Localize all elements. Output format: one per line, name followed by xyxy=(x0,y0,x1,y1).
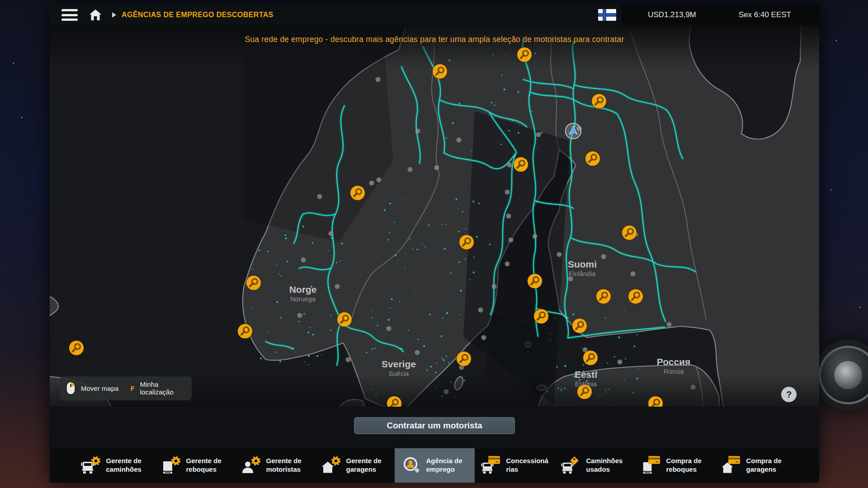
country-subname: Rússia xyxy=(664,368,684,375)
agency-marker[interactable] xyxy=(628,289,643,304)
agency-marker[interactable] xyxy=(246,276,261,291)
agency-marker[interactable] xyxy=(514,157,528,172)
country-name: Norge xyxy=(289,284,317,295)
truck-manager-icon xyxy=(81,455,102,476)
tab-job-agency[interactable]: Agência deemprego xyxy=(395,448,475,483)
dealers-icon xyxy=(481,455,502,476)
breadcrumb-chevron-icon xyxy=(112,12,116,18)
game-ui-window: AGÊNCIAS DE EMPREGO DESCOBERTAS USD1.213… xyxy=(50,5,819,483)
home-icon[interactable] xyxy=(89,9,102,21)
agency-marker[interactable] xyxy=(459,235,474,250)
help-button[interactable]: ? xyxy=(781,387,797,402)
agency-marker[interactable] xyxy=(585,151,600,166)
tab-trailer-purchase[interactable]: Compra dereboques xyxy=(635,448,715,483)
trailer-purchase-icon xyxy=(641,455,662,476)
tab-used-trucks[interactable]: Caminhõesusados xyxy=(555,448,635,483)
agency-marker[interactable] xyxy=(596,289,611,304)
country-subname: Estônia xyxy=(575,380,597,388)
management-toolbar: Gerente decaminhões Gerente dereboques G… xyxy=(50,448,819,483)
driver-manager-icon xyxy=(241,455,262,476)
tab-truck-manager[interactable]: Gerente decaminhões xyxy=(75,448,155,483)
agency-marker[interactable] xyxy=(592,94,607,109)
agency-marker[interactable] xyxy=(622,225,637,240)
agency-marker[interactable] xyxy=(457,352,472,366)
tab-dealers[interactable]: Concessionárias xyxy=(475,448,555,483)
menu-icon[interactable] xyxy=(61,9,78,21)
money-balance: USD1.213,9M xyxy=(648,10,696,19)
mouse-icon xyxy=(66,381,75,395)
country-name: Eesti xyxy=(575,369,597,380)
agency-marker[interactable] xyxy=(528,274,542,289)
finland-flag-icon xyxy=(598,9,616,21)
agency-marker[interactable] xyxy=(583,351,598,366)
game-clock: Sex 6:40 EEST xyxy=(739,10,791,19)
agency-marker[interactable] xyxy=(517,47,532,62)
garage-manager-icon xyxy=(321,455,342,476)
agency-marker[interactable] xyxy=(572,319,587,333)
agency-marker[interactable] xyxy=(350,186,365,201)
tab-garage-purchase[interactable]: Compra degaragens xyxy=(715,448,795,483)
key-hint-f: F xyxy=(130,385,134,392)
map-top-fade xyxy=(50,25,819,68)
my-location-label: Minha localização xyxy=(140,380,184,396)
page-subtitle: Sua rede de emprego - descubra mais agên… xyxy=(50,35,819,44)
trailer-manager-icon xyxy=(161,455,182,476)
hire-driver-button[interactable]: Contratar um motorista xyxy=(354,417,515,434)
country-name: Россия xyxy=(657,357,691,367)
agency-marker[interactable] xyxy=(337,312,352,327)
map-controls-hint: Mover mapa F Minha localização xyxy=(60,376,192,400)
country-subname: Suécia xyxy=(389,370,409,377)
top-bar: AGÊNCIAS DE EMPREGO DESCOBERTAS USD1.213… xyxy=(50,5,819,25)
country-name: Suomi xyxy=(568,259,597,269)
move-map-label: Mover mapa xyxy=(81,385,118,392)
country-name: Sverige xyxy=(382,359,416,369)
tab-driver-manager[interactable]: Gerente demotoristas xyxy=(235,448,315,483)
status-block: USD1.213,9M Sex 6:40 EEST xyxy=(622,5,819,25)
tab-garage-manager[interactable]: Gerente degaragens xyxy=(315,448,395,483)
agency-map[interactable]: NorgeNoruegaSverigeSuéciaSuomiFinlândiaE… xyxy=(50,25,819,407)
agency-marker[interactable] xyxy=(534,309,549,324)
job-agency-icon xyxy=(401,455,422,476)
garage-purchase-icon xyxy=(721,455,742,476)
breadcrumb: AGÊNCIAS DE EMPREGO DESCOBERTAS xyxy=(122,11,274,19)
country-subname: Finlândia xyxy=(569,270,596,277)
country-subname: Noruega xyxy=(290,296,316,303)
action-bar: Contratar um motorista xyxy=(50,407,819,448)
used-trucks-icon xyxy=(561,455,582,476)
agency-marker[interactable] xyxy=(433,64,448,79)
player-location-marker[interactable] xyxy=(566,123,581,139)
agency-marker[interactable] xyxy=(69,341,84,356)
tab-trailer-manager[interactable]: Gerente dereboques xyxy=(155,448,235,483)
agency-marker[interactable] xyxy=(238,324,253,339)
